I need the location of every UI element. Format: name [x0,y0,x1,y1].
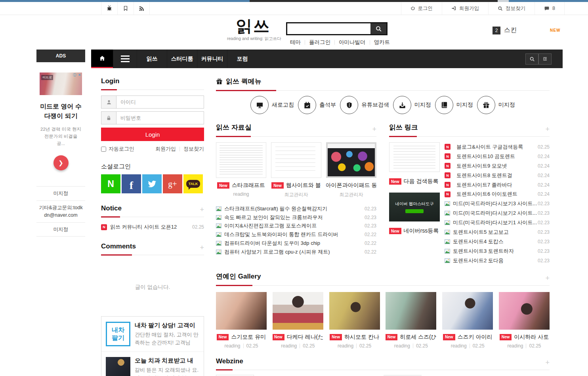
nav-item-reading[interactable]: 읽쓰 [137,50,167,68]
rss-icon[interactable] [134,2,150,15]
menu-plugin[interactable]: 플러그인 [305,39,334,46]
nav-home[interactable] [91,50,113,68]
quickmenu-attendance[interactable]: 출석부 [298,96,336,114]
gallery-caption: New 히로세 스즈(ひ [386,334,436,341]
search-icon [498,6,503,11]
notice-item[interactable]: N 읽쓰 커뮤니티 사이트 오픈12 02.25 [101,223,204,231]
id-input[interactable] [116,96,204,108]
twitter-login-button[interactable] [142,174,162,193]
quickmenu-refresh[interactable]: 새로고침 [250,96,294,114]
gallery-item[interactable]: New 이시하라 사토 reading 02.25 [499,292,550,349]
site-logo[interactable]: 읽쓰 reading and writing: 읽고쓰다 [227,17,279,42]
nav-search-button[interactable] [525,53,538,65]
ad-slot-unassigned[interactable]: 미지정 [36,223,85,237]
kakao-login-button[interactable]: TALK [183,174,203,193]
list-item[interactable]: 컴퓨터 사양보기 프로그램 cpu-z (시피유 제트) 02.22 [216,248,376,256]
links-card-caption[interactable]: New 네이버rss등록 [389,227,440,235]
list-item[interactable]: 토렌트사이트5 보고보고 02.23 [445,227,550,237]
login-button[interactable]: Login [101,128,204,141]
links-card-caption[interactable]: New 다음 검색등록 [389,178,440,185]
widget-item-car[interactable]: 내차 팔기 내차 팔기 상담! 고객이 간단한 매입 절차, 고객이 만족하는 … [101,317,204,352]
gallery-item[interactable]: New 히로세 스즈(ひ reading 02.25 [386,292,436,349]
quickmenu-unassigned-3[interactable]: 미지정 [477,96,515,114]
list-item[interactable]: N 토렌트사이트7 졸라바다 02.24 [445,180,550,190]
home-icon [99,55,106,61]
links-body: New 다음 검색등록 네이버 웹마스터도구 New 네이버rss등록 [389,142,550,265]
widget-item-dental[interactable]: 오늘 치과 치료받고 내 갈비 뜯은 지 오래되셨나 요. 깍두기 먹는 것 하… [101,352,204,376]
list-item[interactable]: 미드(미국드라마)다시보기1 사이트... 02.23 [445,218,550,227]
menu-youngcart[interactable]: 영카트 [370,39,394,46]
expand-icon[interactable] [545,275,550,282]
gallery-item[interactable]: New 다케다 레나(た reading 02.25 [273,292,323,349]
signup-link[interactable]: 회원가입 [442,2,488,15]
list-item[interactable]: 토렌트사이트3 토렌트하자 02.23 [445,246,550,256]
list-item[interactable]: 토렌트사이트4 토캅스 02.23 [445,237,550,246]
skin-selector[interactable]: 2 스킨 [493,26,517,34]
bookmark-icon[interactable] [117,2,134,15]
list-item[interactable]: 컴퓨터드라이버 다운설치 도우미 3dp chip 02.22 [216,239,376,248]
image-icon [216,241,221,246]
googleplus-login-button[interactable]: g+ [163,174,182,193]
list-item[interactable]: 스타크래프트(Starcraft) 필수 원순철핵감지기 02.23 [216,204,376,213]
list-item[interactable]: N 블로그&사이트 구글검색등록 02.25 [445,142,550,152]
login-link[interactable]: 로그인 [401,2,442,15]
archive-card[interactable]: New 웹사이트와 블 최고관리자 [271,142,321,198]
gallery-item[interactable]: New 하시모토 칸나 reading 02.25 [329,292,380,349]
main-navbar: 읽쓰 스터디룸 커뮤니티 포럼 [91,50,563,68]
nav-menu-toggle[interactable] [113,50,137,68]
gallery-item[interactable]: New 스즈키 아이리 reading 02.25 [442,292,493,349]
nav-item-community[interactable]: 커뮤니티 [197,50,227,68]
content-columns: 읽쓰 자료실 New 스타크래프트 reading [216,123,550,265]
ad-slot-unassigned[interactable]: 미지정 [36,187,85,201]
expand-icon[interactable] [200,244,204,251]
ad-title[interactable]: 미드로 영어 수 다쟁이 되기 [40,102,82,121]
list-item[interactable]: N 토렌트사이트10 곰토렌트 02.24 [445,152,550,161]
webzine-item[interactable]: New 다음 검색등록및 rss 등록 [216,375,368,376]
auto-login-checkbox[interactable] [101,147,106,152]
gallery-item[interactable]: New 스기모토 유미 reading 02.25 [216,292,267,349]
kakao-talk-bubble: TALK [186,180,200,188]
list-item-date: 02.23 [365,223,376,229]
find-info-link[interactable]: 정보찾기 [488,2,535,15]
ad-image[interactable]: 미드로 ⓘ ✕ [40,73,82,95]
ad-contact[interactable]: 기타&광고문의:todkdn@naver.com [36,201,85,223]
list-item[interactable]: 미드(미국드라마)다시보기2 사이트... 02.23 [445,208,550,218]
quickmenu-youtube-search[interactable]: 유튜브검색 [340,96,389,114]
chat-counter[interactable]: 8 [535,2,565,15]
list-item[interactable]: 데스크탑및 노트북와이파이 통합 랜카드 드라이버 02.22 [216,230,376,239]
list-item[interactable]: 미드(미국드라마)다시보기3 사이트... 02.23 [445,199,550,208]
search-input[interactable] [287,23,370,34]
find-info-link[interactable]: 정보찾기 [183,145,204,153]
links-card-thumbnail[interactable]: 네이버 웹마스터도구 [389,193,440,221]
password-input[interactable] [116,112,204,124]
nav-list-button[interactable] [538,53,552,65]
ad-cta-button[interactable]: ❯ [53,155,69,170]
list-item[interactable]: 토렌트사이트2 토다음 02.23 [445,256,550,265]
archive-card[interactable]: New 스타크래프트 reading [216,142,266,198]
webzine-item[interactable]: New 네이버rss등록하는곳 네이버웹마스터도구 [384,375,550,376]
list-item[interactable]: N 토렌트사이트9 모모넷 02.24 [445,161,550,171]
list-item-title: 컴퓨터드라이버 다운설치 도우미 3dp chip [224,240,365,247]
list-item[interactable]: 이미지&사진편집프로그램 포토스케이프 02.23 [216,222,376,231]
quickmenu-unassigned-2[interactable]: 미지정 [435,96,473,114]
quickmenu-unassigned-1[interactable]: 미지정 [393,96,431,114]
menu-amina-builder[interactable]: 아미나빌더 [335,39,370,46]
links-card-thumbnail[interactable] [389,142,440,172]
list-item[interactable]: N 토렌트사이트6 아이토렌트 02.24 [445,189,550,199]
nav-item-forum[interactable]: 포럼 [227,50,257,68]
expand-icon[interactable] [372,126,376,133]
expand-icon[interactable] [545,126,550,133]
facebook-login-button[interactable]: f [122,174,141,193]
expand-icon[interactable] [545,359,550,366]
bug-icon[interactable] [101,2,117,15]
list-item[interactable]: N 토렌트사이트8 토렌트걸 02.24 [445,171,550,180]
naver-login-button[interactable]: N [101,174,120,193]
expand-icon[interactable] [200,206,204,213]
ad-info-close-icons[interactable]: ⓘ ✕ [73,73,81,78]
nav-item-studyroom[interactable]: 스터디룸 [167,50,197,68]
signup-link[interactable]: 회원가입 [155,145,176,153]
menu-theme[interactable]: 테마 [286,39,305,46]
search-button[interactable] [370,23,386,34]
list-item[interactable]: 속도 빠르고 보안이 잘되있는 크롬브라우저 02.23 [216,213,376,222]
archive-card[interactable]: 아이폰과아이패드 동 최고관리자 [326,142,376,198]
